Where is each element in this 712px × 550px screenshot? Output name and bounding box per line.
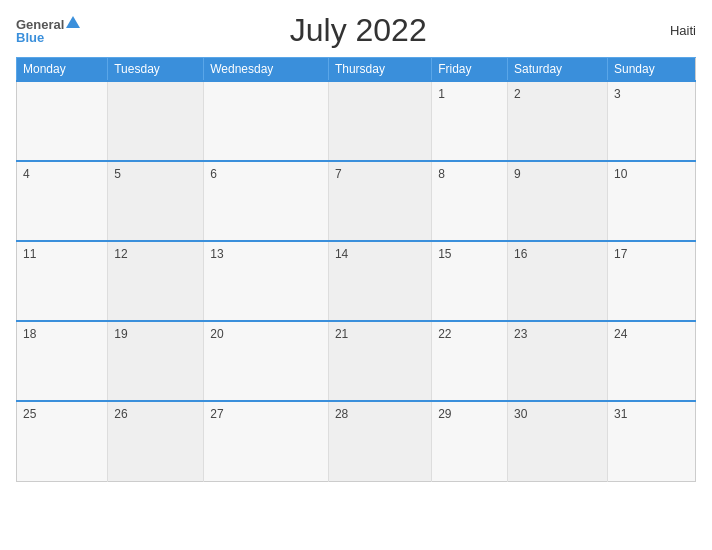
calendar-day-cell: 22 bbox=[432, 321, 508, 401]
day-number: 5 bbox=[114, 167, 121, 181]
day-number: 29 bbox=[438, 407, 451, 421]
calendar-day-cell: 9 bbox=[508, 161, 608, 241]
calendar-day-cell: 14 bbox=[328, 241, 431, 321]
day-number: 26 bbox=[114, 407, 127, 421]
day-number: 30 bbox=[514, 407, 527, 421]
calendar-day-cell: 15 bbox=[432, 241, 508, 321]
calendar-day-cell: 3 bbox=[608, 81, 696, 161]
day-number: 14 bbox=[335, 247, 348, 261]
calendar-table: Monday Tuesday Wednesday Thursday Friday… bbox=[16, 57, 696, 482]
day-number: 18 bbox=[23, 327, 36, 341]
calendar-header: Monday Tuesday Wednesday Thursday Friday… bbox=[17, 58, 696, 82]
day-number: 20 bbox=[210, 327, 223, 341]
day-number: 27 bbox=[210, 407, 223, 421]
col-thursday: Thursday bbox=[328, 58, 431, 82]
calendar-day-cell: 7 bbox=[328, 161, 431, 241]
day-number: 22 bbox=[438, 327, 451, 341]
day-number: 6 bbox=[210, 167, 217, 181]
calendar-day-cell: 8 bbox=[432, 161, 508, 241]
calendar-day-cell bbox=[17, 81, 108, 161]
calendar-body: 1234567891011121314151617181920212223242… bbox=[17, 81, 696, 481]
calendar-day-cell: 11 bbox=[17, 241, 108, 321]
day-number: 2 bbox=[514, 87, 521, 101]
calendar-day-cell: 27 bbox=[204, 401, 329, 481]
calendar-week-row: 18192021222324 bbox=[17, 321, 696, 401]
calendar-day-cell: 21 bbox=[328, 321, 431, 401]
calendar-day-cell: 30 bbox=[508, 401, 608, 481]
calendar-week-row: 45678910 bbox=[17, 161, 696, 241]
day-number: 16 bbox=[514, 247, 527, 261]
calendar-day-cell: 5 bbox=[108, 161, 204, 241]
calendar-day-cell: 6 bbox=[204, 161, 329, 241]
day-number: 17 bbox=[614, 247, 627, 261]
page-header: General Blue July 2022 Haiti bbox=[16, 12, 696, 49]
col-sunday: Sunday bbox=[608, 58, 696, 82]
col-wednesday: Wednesday bbox=[204, 58, 329, 82]
day-number: 4 bbox=[23, 167, 30, 181]
calendar-day-cell: 24 bbox=[608, 321, 696, 401]
calendar-day-cell: 28 bbox=[328, 401, 431, 481]
day-number: 31 bbox=[614, 407, 627, 421]
calendar-day-cell bbox=[108, 81, 204, 161]
logo-blue-text: Blue bbox=[16, 31, 44, 44]
day-number: 21 bbox=[335, 327, 348, 341]
calendar-day-cell: 4 bbox=[17, 161, 108, 241]
calendar-day-cell: 31 bbox=[608, 401, 696, 481]
day-number: 23 bbox=[514, 327, 527, 341]
calendar-day-cell: 13 bbox=[204, 241, 329, 321]
calendar-day-cell bbox=[204, 81, 329, 161]
col-tuesday: Tuesday bbox=[108, 58, 204, 82]
calendar-day-cell: 25 bbox=[17, 401, 108, 481]
col-friday: Friday bbox=[432, 58, 508, 82]
logo-general-text: General bbox=[16, 18, 64, 31]
calendar-day-cell: 16 bbox=[508, 241, 608, 321]
calendar-day-cell: 18 bbox=[17, 321, 108, 401]
day-number: 12 bbox=[114, 247, 127, 261]
day-number: 10 bbox=[614, 167, 627, 181]
calendar-week-row: 123 bbox=[17, 81, 696, 161]
calendar-day-cell: 17 bbox=[608, 241, 696, 321]
calendar-day-cell bbox=[328, 81, 431, 161]
day-number: 13 bbox=[210, 247, 223, 261]
calendar-day-cell: 26 bbox=[108, 401, 204, 481]
calendar-page: General Blue July 2022 Haiti Monday Tues… bbox=[0, 0, 712, 550]
calendar-day-cell: 1 bbox=[432, 81, 508, 161]
logo: General Blue bbox=[16, 18, 80, 44]
calendar-day-cell: 12 bbox=[108, 241, 204, 321]
day-number: 8 bbox=[438, 167, 445, 181]
day-number: 7 bbox=[335, 167, 342, 181]
day-number: 3 bbox=[614, 87, 621, 101]
calendar-day-cell: 2 bbox=[508, 81, 608, 161]
country-label: Haiti bbox=[636, 23, 696, 38]
calendar-day-cell: 23 bbox=[508, 321, 608, 401]
calendar-day-cell: 29 bbox=[432, 401, 508, 481]
day-number: 19 bbox=[114, 327, 127, 341]
day-number: 11 bbox=[23, 247, 36, 261]
calendar-day-cell: 10 bbox=[608, 161, 696, 241]
day-number: 25 bbox=[23, 407, 36, 421]
col-saturday: Saturday bbox=[508, 58, 608, 82]
days-of-week-row: Monday Tuesday Wednesday Thursday Friday… bbox=[17, 58, 696, 82]
calendar-week-row: 11121314151617 bbox=[17, 241, 696, 321]
day-number: 15 bbox=[438, 247, 451, 261]
day-number: 1 bbox=[438, 87, 445, 101]
calendar-day-cell: 20 bbox=[204, 321, 329, 401]
col-monday: Monday bbox=[17, 58, 108, 82]
day-number: 28 bbox=[335, 407, 348, 421]
page-title: July 2022 bbox=[80, 12, 636, 49]
day-number: 24 bbox=[614, 327, 627, 341]
logo-triangle-icon bbox=[66, 16, 80, 28]
day-number: 9 bbox=[514, 167, 521, 181]
calendar-day-cell: 19 bbox=[108, 321, 204, 401]
calendar-week-row: 25262728293031 bbox=[17, 401, 696, 481]
